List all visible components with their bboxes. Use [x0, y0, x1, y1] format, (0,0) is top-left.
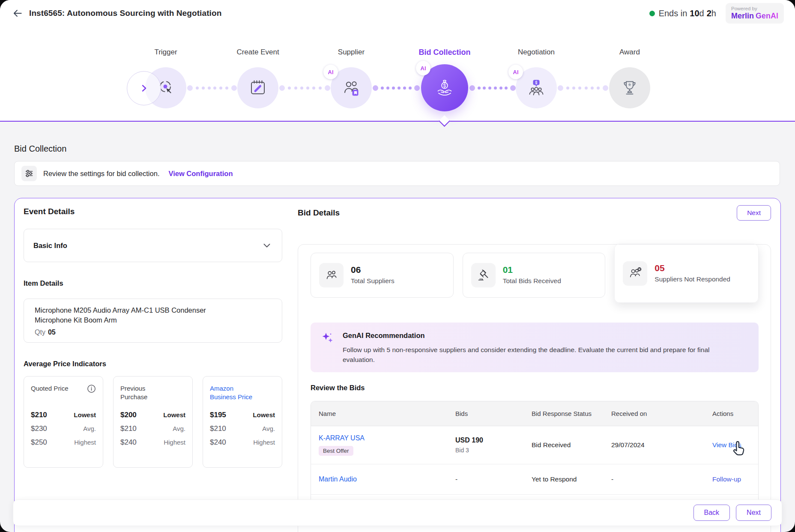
- step-label-trigger: Trigger: [154, 48, 177, 57]
- step-award[interactable]: [609, 67, 650, 108]
- gavel-icon: [471, 263, 496, 287]
- top-panel: Inst6565: Autonomous Sourcing with Negot…: [0, 0, 795, 122]
- genai-body: Follow up with 5 non-responsive supplier…: [343, 345, 743, 365]
- bid-details-title: Bid Details: [298, 208, 340, 218]
- event-details-panel: Event Details Basic Info Item Details Mi…: [24, 207, 282, 468]
- bid-amount: -: [455, 475, 532, 483]
- total-bids-value: 01: [503, 265, 561, 275]
- stepper-connector: [279, 85, 330, 91]
- price-row: $240Highest: [120, 438, 185, 447]
- bid-details-panel: Bid Details Next 06Total Suppliers: [298, 204, 771, 532]
- total-bids-label: Total Bids Received: [503, 277, 561, 285]
- received-date: -: [611, 475, 712, 483]
- not-responded-value: 05: [655, 263, 730, 273]
- status-dot: [649, 11, 655, 16]
- step-negotiation[interactable]: AI: [516, 67, 557, 108]
- app-window: Inst6565: Autonomous Sourcing with Negot…: [0, 0, 795, 532]
- ai-badge: AI: [323, 65, 338, 79]
- calendar-edit-icon: [248, 78, 267, 97]
- stepper-connector: [469, 85, 516, 91]
- total-bids-card: 01Total Bids Received: [463, 253, 606, 298]
- ai-badge: AI: [416, 61, 430, 75]
- basic-info-dropdown[interactable]: Basic Info: [24, 229, 282, 262]
- section-title: Bid Collection: [14, 144, 66, 154]
- step-label-award: Award: [619, 48, 640, 57]
- view-configuration-link[interactable]: View Configuration: [168, 170, 233, 178]
- workflow-stepper: Trigger Create Event Supplier Bid Collec…: [0, 27, 795, 121]
- page-title: Inst6565: Autonomous Sourcing with Negot…: [29, 9, 221, 18]
- event-details-title: Event Details: [24, 207, 282, 216]
- col-bids: Bids: [455, 410, 532, 417]
- step-bid-collection[interactable]: AI: [421, 64, 468, 111]
- back-arrow-icon[interactable]: [11, 7, 24, 20]
- users-x-icon: [623, 261, 647, 286]
- supplier-link[interactable]: Martin Audio: [311, 475, 455, 483]
- step-label-create-event: Create Event: [236, 48, 279, 57]
- total-suppliers-label: Total Suppliers: [351, 277, 395, 285]
- bid-count: Bid 3: [455, 447, 527, 454]
- chevron-down-icon: [261, 240, 272, 251]
- next-button[interactable]: Next: [736, 505, 771, 521]
- header-right: Ends in10d2h Powered by MerlinGenAI: [649, 3, 784, 24]
- trigger-run-icon[interactable]: [127, 71, 161, 105]
- suppliers-icon: [341, 78, 361, 98]
- amazon-business-price-card: Amazon Business Price $195Lowest $210Avg…: [203, 376, 282, 468]
- col-received: Received on: [611, 410, 712, 417]
- sliders-icon: [21, 166, 37, 181]
- item-qty: Qty05: [35, 329, 271, 336]
- review-bids-title: Review the Bids: [311, 384, 759, 392]
- quoted-price-card: Quoted Price $210Lowest $230Avg. $250Hig…: [24, 376, 103, 468]
- price-row: $210Avg.: [210, 424, 275, 433]
- supplier-link[interactable]: K-ARRAY USA: [319, 434, 451, 442]
- bid-amount: USD 190: [455, 436, 527, 444]
- stepper-connector: [187, 85, 237, 91]
- price-row: $250Highest: [31, 438, 96, 447]
- back-button[interactable]: Back: [693, 505, 730, 521]
- users-icon: [319, 263, 344, 287]
- price-row: $210Avg.: [120, 424, 185, 433]
- price-row: $200Lowest: [120, 411, 185, 419]
- price-row: $240Highest: [210, 438, 275, 447]
- info-icon[interactable]: [87, 384, 96, 393]
- total-suppliers-value: 06: [351, 265, 395, 275]
- price-row: $195Lowest: [210, 411, 275, 419]
- ai-badge: AI: [508, 65, 523, 79]
- ends-in-timer: Ends in10d2h: [659, 9, 716, 18]
- price-row: $210Lowest: [31, 411, 96, 419]
- previous-purchase-title: Previous Purchase: [120, 384, 171, 402]
- table-header-row: Name Bids Bid Response Status Received o…: [311, 401, 758, 426]
- amazon-business-price-link[interactable]: Amazon Business Price: [210, 384, 260, 402]
- item-details-label: Item Details: [24, 279, 282, 287]
- trophy-icon: [620, 78, 639, 97]
- item-card: Microphone M205 Audio Array AM-C1 USB Co…: [24, 299, 282, 343]
- footer-bar: Back Next: [13, 499, 782, 526]
- genai-logo: GenAI: [756, 12, 778, 20]
- negotiation-icon: [526, 78, 546, 98]
- table-row: K-ARRAY USA Best Offer USD 190 Bid 3 Bid…: [311, 426, 758, 464]
- col-actions: Actions: [712, 410, 758, 417]
- col-name: Name: [311, 410, 455, 417]
- stepper-connector: [373, 85, 420, 91]
- powered-by-badge: Powered by MerlinGenAI: [726, 3, 784, 24]
- follow-up-link[interactable]: Follow-up: [712, 475, 758, 483]
- not-responded-label: Suppliers Not Responded: [655, 275, 730, 284]
- quoted-price-title: Quoted Price: [31, 384, 69, 393]
- bid-details-next-button[interactable]: Next: [737, 205, 771, 221]
- main-card: Event Details Basic Info Item Details Mi…: [14, 198, 781, 532]
- price-indicator-cards: Quoted Price $210Lowest $230Avg. $250Hig…: [24, 376, 282, 468]
- received-date: 29/07/2024: [611, 441, 712, 449]
- not-responded-card: 05Suppliers Not Responded: [614, 244, 759, 303]
- previous-purchase-card: Previous Purchase $200Lowest $210Avg. $2…: [113, 376, 193, 468]
- bid-status: Bid Received: [532, 441, 611, 449]
- step-label-negotiation: Negotiation: [518, 48, 555, 57]
- bid-details-card: 06Total Suppliers 01Total Bids Received …: [298, 244, 771, 532]
- price-indicators-label: Average Price Indicators: [24, 360, 282, 368]
- sparkles-icon: [321, 332, 334, 344]
- header: Inst6565: Autonomous Sourcing with Negot…: [0, 0, 795, 27]
- config-banner: Review the settings for bid collection. …: [14, 161, 780, 186]
- bid-status: Yet to Respond: [532, 475, 611, 483]
- step-label-supplier: Supplier: [338, 48, 365, 57]
- total-suppliers-card: 06Total Suppliers: [311, 253, 454, 298]
- step-supplier[interactable]: AI: [331, 67, 372, 108]
- step-create-event[interactable]: [237, 67, 278, 108]
